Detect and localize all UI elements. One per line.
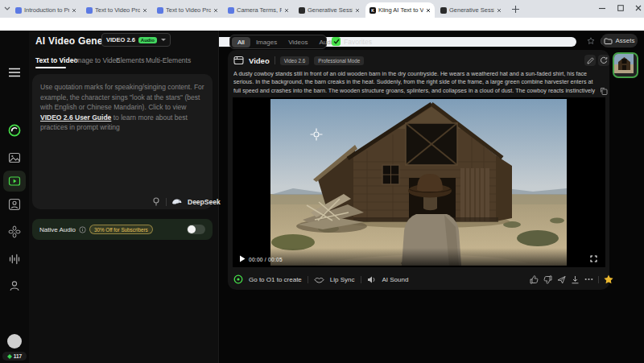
filter-tab-images[interactable]: Images: [250, 37, 283, 47]
promo-badge: 30% Off for Subscribers: [89, 225, 153, 234]
model-version-badge: Video 2.6: [280, 56, 310, 65]
model-name: VIDEO 2.6: [106, 36, 135, 43]
assets-button[interactable]: Assets: [601, 34, 638, 47]
bookmark-star-icon[interactable]: [587, 37, 595, 45]
tab-text-to-video[interactable]: Text to Video: [35, 56, 78, 64]
browser-tab[interactable]: Text to Video Prompting Guid: [153, 2, 222, 18]
window-close-button[interactable]: [635, 5, 642, 11]
generation-thumbnail[interactable]: [613, 52, 638, 78]
fullscreen-icon[interactable]: [590, 255, 597, 262]
browser-tab-active[interactable]: K Kling AI Text to Video | AI Vid: [365, 2, 435, 18]
browser-tab[interactable]: Generative Session | Runway: [436, 2, 506, 18]
browser-tab-strip: Introduction to Prompting - P Text to Vi…: [0, 0, 644, 18]
video-generation-icon[interactable]: [8, 175, 21, 188]
asset-filter-tabs: All Images Videos Audio: [229, 35, 327, 49]
new-tab-button[interactable]: [512, 6, 519, 13]
tab-close-icon[interactable]: [284, 8, 289, 13]
divider: [275, 56, 275, 64]
thumbs-down-icon[interactable]: [543, 275, 552, 284]
card-feedback-icons: [530, 274, 613, 285]
window-maximize-button[interactable]: [617, 5, 624, 11]
credits-count: 117: [14, 353, 23, 359]
tab-multi-elements[interactable]: Multi-Elements: [146, 56, 191, 64]
download-icon[interactable]: [571, 275, 580, 284]
tab-close-icon[interactable]: [72, 8, 76, 13]
tab-elements[interactable]: Elements: [116, 56, 144, 64]
thumbs-up-icon[interactable]: [530, 275, 539, 284]
generation-card-header: Video Video 2.6 Professional Mode: [233, 56, 364, 65]
digital-human-icon[interactable]: [8, 198, 21, 211]
player-controls-bar: [233, 248, 605, 267]
image-generation-icon[interactable]: [8, 151, 21, 164]
more-icon[interactable]: [584, 278, 593, 281]
go-to-o1-button[interactable]: Go to O1 to create: [249, 276, 302, 283]
tab-search-chevron-icon[interactable]: [4, 6, 10, 11]
gem-icon: [7, 354, 12, 359]
prompt-placeholder: Use quotation marks for speaking/singing…: [40, 82, 204, 133]
ai-sound-button[interactable]: AI Sound: [382, 276, 409, 283]
toggle-knob: [188, 225, 196, 233]
native-audio-toggle[interactable]: [187, 225, 205, 234]
info-icon[interactable]: [79, 226, 86, 233]
tab-close-icon[interactable]: [142, 8, 147, 13]
kling-logo-icon[interactable]: [8, 124, 21, 137]
edit-prompt-button[interactable]: [584, 55, 596, 66]
effects-icon[interactable]: [8, 225, 21, 238]
native-audio-row: Native Audio 30% Off for Subscribers: [32, 219, 213, 240]
divider: [308, 276, 308, 283]
tab-title: Text to Video Prompting Guid: [95, 6, 140, 14]
credits-badge[interactable]: 117: [2, 352, 27, 361]
audio-badge: Audio: [138, 37, 157, 43]
browser-tab[interactable]: Introduction to Prompting - P: [11, 2, 80, 18]
lip-sync-button[interactable]: Lip Sync: [330, 276, 355, 283]
deepseek-label[interactable]: DeepSeek: [188, 198, 221, 206]
video-player[interactable]: 00:00 / 00:05: [233, 97, 605, 267]
menu-hamburger-icon[interactable]: [8, 68, 21, 77]
favorites-label[interactable]: Favorites: [344, 38, 372, 46]
lips-icon: [314, 276, 324, 283]
tab-title: Generative Session | Runway: [308, 6, 353, 14]
audio-tool-icon[interactable]: [8, 253, 21, 266]
tab-title: Kling AI Text to Video | AI Vid: [378, 6, 423, 14]
tab-close-icon[interactable]: [426, 8, 431, 13]
playback-time: 00:00 / 00:05: [249, 257, 283, 262]
assets-label: Assets: [615, 37, 634, 44]
filter-tab-all[interactable]: All: [232, 37, 250, 47]
prompt-toolbar: DeepSeek: [151, 196, 221, 207]
share-icon[interactable]: [557, 275, 566, 284]
tab-favicon: [440, 7, 447, 14]
divider: [166, 198, 167, 206]
tab-image-to-video[interactable]: Image to Video: [74, 56, 120, 64]
tab-title: Introduction to Prompting - P: [24, 6, 69, 14]
tab-close-icon[interactable]: [355, 8, 360, 13]
video-frame-icon: [233, 56, 244, 65]
user-avatar[interactable]: [7, 334, 22, 349]
chevron-down-icon: [161, 39, 166, 41]
model-selector[interactable]: VIDEO 2.6 Audio: [101, 33, 171, 47]
check-icon: [333, 39, 340, 44]
favorite-star-icon[interactable]: [604, 274, 613, 284]
tab-close-icon[interactable]: [213, 8, 218, 13]
copy-icon[interactable]: [600, 87, 608, 95]
regenerate-button[interactable]: [598, 55, 609, 66]
play-icon[interactable]: [239, 255, 246, 262]
browser-tab[interactable]: Camera Terms, Prompts, & Ex: [224, 2, 293, 18]
filter-tab-videos[interactable]: Videos: [283, 37, 313, 47]
redo-icon: [600, 56, 608, 64]
location-pin-icon[interactable]: [151, 196, 161, 207]
active-tab-underline: [35, 67, 66, 68]
speaker-icon: [367, 275, 377, 284]
mode-badge: Professional Mode: [314, 56, 364, 65]
user-guide-link[interactable]: VIDEO 2.6 User Guide: [40, 113, 111, 122]
tab-favicon: [15, 7, 22, 14]
browser-tab[interactable]: Text to Video Prompting Guid: [82, 2, 151, 18]
card-prompt-text: A dusty cowboy stands still in front of …: [233, 70, 596, 95]
generator-panel: AI Video Generator VIDEO 2.6 Audio Text …: [29, 31, 219, 363]
deepseek-whale-icon: [171, 197, 183, 206]
browser-tab[interactable]: Generative Session | Runway: [295, 2, 364, 18]
tab-favicon: K: [369, 7, 376, 14]
account-icon[interactable]: [8, 279, 21, 292]
tab-close-icon[interactable]: [497, 8, 502, 13]
favorites-checkbox[interactable]: [332, 37, 341, 46]
window-minimize-button[interactable]: [599, 7, 605, 10]
